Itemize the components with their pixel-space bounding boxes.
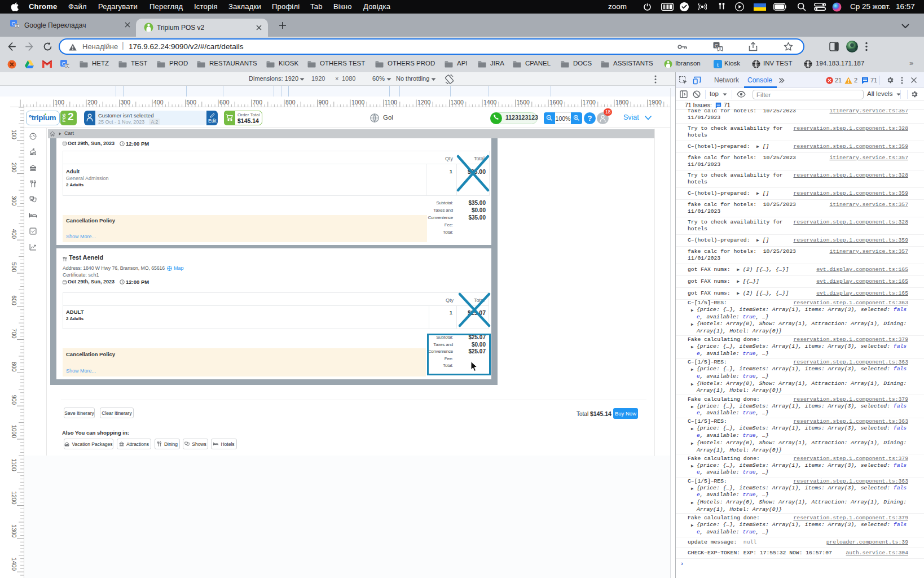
svg-text:900: 900: [319, 99, 329, 106]
svg-text:600: 600: [11, 295, 17, 305]
svg-text:1500: 1500: [517, 99, 530, 106]
svg-text:1400: 1400: [483, 99, 497, 106]
svg-text:300: 300: [11, 196, 17, 206]
svg-text:1000: 1000: [351, 99, 365, 106]
svg-text:100: 100: [11, 129, 17, 139]
svg-text:700: 700: [253, 99, 263, 106]
svg-text:1700: 1700: [583, 99, 596, 106]
svg-text:1100: 1100: [385, 99, 398, 106]
svg-text:300: 300: [121, 99, 131, 106]
svg-text:700: 700: [11, 329, 17, 339]
svg-text:1000: 1000: [11, 425, 17, 439]
svg-text:1300: 1300: [11, 524, 17, 538]
svg-text:400: 400: [11, 229, 17, 239]
svg-text:200: 200: [11, 163, 17, 173]
svg-text:1600: 1600: [549, 99, 563, 106]
svg-text:500: 500: [187, 99, 197, 106]
svg-text:200: 200: [87, 99, 98, 106]
svg-text:1800: 1800: [615, 99, 629, 106]
svg-text:1200: 1200: [417, 99, 431, 106]
svg-text:1300: 1300: [451, 99, 464, 106]
svg-text:文: 文: [65, 63, 69, 68]
svg-text:500: 500: [11, 262, 17, 272]
svg-text:800: 800: [285, 99, 296, 106]
svg-text:100: 100: [55, 99, 65, 106]
svg-text:1100: 1100: [11, 458, 17, 471]
svg-text:800: 800: [11, 362, 17, 372]
svg-text:文: 文: [15, 23, 19, 28]
svg-text:文: 文: [718, 46, 722, 51]
svg-text:900: 900: [11, 395, 17, 405]
svg-text:400: 400: [153, 99, 164, 106]
svg-text:1900: 1900: [649, 99, 662, 106]
svg-text:600: 600: [219, 99, 230, 106]
svg-text:t: t: [717, 61, 719, 68]
svg-text:1200: 1200: [11, 491, 17, 505]
svg-text:1400: 1400: [11, 558, 17, 571]
